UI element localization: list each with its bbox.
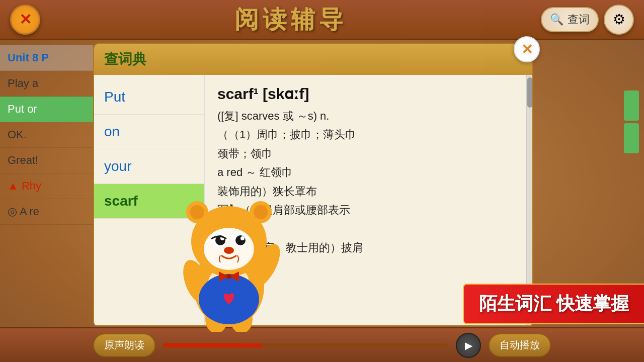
- auto-play-button[interactable]: 自动播放: [489, 333, 551, 357]
- top-bar: ✕ 阅读辅导 🔍 查词 ⚙: [0, 0, 644, 40]
- svg-point-20: [226, 274, 231, 279]
- definition-line3: 颈带；领巾: [217, 144, 514, 163]
- play-icon: ▶: [465, 339, 472, 351]
- definition-line1: ([复] scarves 或 ～s) n.: [217, 107, 514, 125]
- svg-point-8: [190, 205, 204, 219]
- word-item-put[interactable]: Put: [94, 80, 204, 115]
- audio-progress-bar[interactable]: [163, 343, 448, 347]
- sidebar-item-put-or[interactable]: Put or: [0, 97, 93, 122]
- search-label: 查词: [568, 12, 590, 27]
- svg-point-17: [240, 236, 245, 240]
- definition-word: scarf¹ [skɑːf]: [217, 85, 514, 103]
- auto-play-label: 自动播放: [500, 339, 540, 350]
- sidebar: Unit 8 P Play a Put or OK. Great! ▲ Rhy …: [0, 40, 93, 327]
- sidebar-item-are[interactable]: ◎ A re: [0, 199, 93, 225]
- dictionary-title: 查词典: [104, 50, 146, 69]
- svg-point-15: [235, 235, 246, 245]
- promo-banner: 陌生词汇 快速掌握: [463, 284, 644, 324]
- dict-close-icon: ✕: [521, 41, 533, 58]
- bear-mascot: [166, 171, 292, 332]
- promo-text: 陌生词汇 快速掌握: [479, 293, 629, 314]
- dictionary-close-button[interactable]: ✕: [514, 36, 540, 62]
- svg-point-18: [224, 247, 234, 254]
- word-item-on[interactable]: on: [94, 115, 204, 149]
- definition-line2: （（1）周巾；披巾；薄头巾: [217, 125, 514, 144]
- settings-button[interactable]: ⚙: [604, 5, 634, 35]
- sidebar-item-ok[interactable]: OK.: [0, 122, 93, 148]
- sidebar-item-unit[interactable]: Unit 8 P: [0, 45, 93, 71]
- sidebar-item-play[interactable]: Play a: [0, 71, 93, 97]
- read-aloud-button[interactable]: 原声朗读: [93, 333, 155, 357]
- search-button[interactable]: 🔍 查词: [541, 7, 599, 32]
- close-icon: ✕: [19, 11, 32, 28]
- close-button[interactable]: ✕: [10, 5, 40, 35]
- svg-point-10: [254, 205, 268, 219]
- settings-icon: ⚙: [613, 11, 625, 28]
- audio-progress-fill: [163, 343, 263, 347]
- right-block-1: [624, 90, 639, 121]
- right-block-2: [624, 123, 639, 153]
- play-button[interactable]: ▶: [456, 333, 481, 358]
- sidebar-item-great[interactable]: Great!: [0, 148, 93, 173]
- scrollbar-thumb: [527, 77, 532, 108]
- right-blocks: [624, 90, 639, 153]
- dictionary-header: 查词典 ✕: [93, 43, 533, 75]
- app-title: 阅读辅导: [234, 4, 347, 36]
- read-aloud-label: 原声朗读: [104, 339, 144, 350]
- bottom-bar: 原声朗读 ▶ 自动播放: [0, 327, 644, 362]
- search-icon: 🔍: [550, 13, 564, 26]
- top-right-controls: 🔍 查词 ⚙: [541, 5, 634, 35]
- sidebar-item-rhy[interactable]: ▲ Rhy: [0, 173, 93, 199]
